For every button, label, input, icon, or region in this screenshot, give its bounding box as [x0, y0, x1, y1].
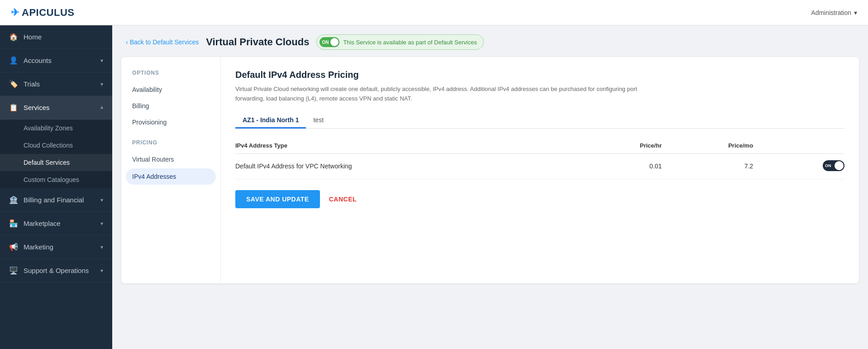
- logo: ✈ APICULUS: [11, 7, 74, 19]
- sidebar-subitem-availability-zones[interactable]: Availability Zones: [0, 120, 112, 137]
- pricing-table: IPv4 Address Type Price/hr Price/mo Defa…: [235, 138, 844, 179]
- options-heading: OPTIONS: [121, 70, 220, 81]
- back-link[interactable]: ‹ Back to Default Services: [126, 38, 199, 46]
- sidebar-item-support[interactable]: 🖥️ Support & Operations ▾: [0, 259, 112, 282]
- col-header-price-hr: Price/hr: [570, 138, 662, 154]
- page-title: Virtual Private Clouds: [206, 36, 309, 48]
- logo-text: APICULUS: [22, 7, 74, 19]
- chevron-left-icon: ‹: [126, 38, 128, 46]
- services-icon: 📋: [9, 103, 18, 112]
- row-price-mo: 7.2: [662, 153, 753, 179]
- logo-icon: ✈: [11, 7, 19, 19]
- col-header-type: IPv4 Address Type: [235, 138, 570, 154]
- right-panel: Default IPv4 Address Pricing Virtual Pri…: [221, 57, 859, 283]
- billing-icon: 🏦: [9, 196, 18, 204]
- pricing-heading: PRICING: [121, 130, 220, 151]
- row-toggle-label: ON: [825, 163, 831, 168]
- sidebar-item-label: Marketing: [24, 243, 53, 251]
- sidebar-item-accounts[interactable]: 👤 Accounts ▾: [0, 49, 112, 72]
- sidebar-item-label: Accounts: [24, 57, 52, 64]
- section-desc: Virtual Private Cloud networking will cr…: [235, 85, 643, 104]
- support-icon: 🖥️: [9, 266, 18, 275]
- col-header-price-mo: Price/mo: [662, 138, 753, 154]
- chevron-down-icon: ▾: [100, 81, 103, 87]
- row-toggle[interactable]: ON: [823, 160, 844, 171]
- admin-label: Administration: [811, 9, 851, 16]
- sidebar-subitem-custom-catalogues[interactable]: Custom Catalogues: [0, 171, 112, 188]
- marketplace-icon: 🏪: [9, 219, 18, 228]
- marketing-icon: 📢: [9, 243, 18, 251]
- left-panel: OPTIONS Availability Billing Provisionin…: [121, 57, 221, 283]
- sidebar-item-marketplace[interactable]: 🏪 Marketplace ▾: [0, 212, 112, 235]
- home-icon: 🏠: [9, 33, 18, 41]
- content-area: ‹ Back to Default Services Virtual Priva…: [112, 25, 868, 349]
- sidebar-item-label: Marketplace: [24, 220, 61, 227]
- tabs: AZ1 - India North 1 test: [235, 113, 844, 129]
- service-badge: ON This Service is available as part of …: [316, 34, 484, 50]
- panel-link-virtual-routers[interactable]: Virtual Routers: [121, 151, 220, 167]
- chevron-up-icon: ▾: [100, 105, 103, 111]
- table-row: Default IPv4 Address for VPC Networking …: [235, 153, 844, 179]
- services-subitems: Availability Zones Cloud Collections Def…: [0, 120, 112, 188]
- row-toggle-cell: ON: [753, 153, 844, 179]
- trials-icon: 🏷️: [9, 80, 18, 88]
- panel-link-provisioning[interactable]: Provisioning: [121, 114, 220, 130]
- section-title: Default IPv4 Address Pricing: [235, 70, 844, 80]
- panel-link-ipv4-addresses[interactable]: IPv4 Addresses: [126, 168, 216, 185]
- sidebar-item-label: Home: [24, 33, 42, 41]
- col-header-toggle: [753, 138, 844, 154]
- sidebar-item-marketing[interactable]: 📢 Marketing ▾: [0, 235, 112, 259]
- sidebar-item-trials[interactable]: 🏷️ Trials ▾: [0, 72, 112, 96]
- chevron-down-icon: ▾: [100, 57, 103, 64]
- cancel-button[interactable]: CANCEL: [329, 196, 357, 203]
- main-card: OPTIONS Availability Billing Provisionin…: [121, 57, 859, 283]
- chevron-down-icon: ▾: [100, 197, 103, 203]
- accounts-icon: 👤: [9, 56, 18, 65]
- panel-link-billing[interactable]: Billing: [121, 98, 220, 114]
- badge-text: This Service is available as part of Def…: [343, 39, 477, 46]
- sidebar: 🏠 Home 👤 Accounts ▾ 🏷️ Trials ▾ 📋 Servic…: [0, 25, 112, 349]
- service-toggle[interactable]: ON: [320, 37, 339, 47]
- sidebar-item-billing[interactable]: 🏦 Billing and Financial ▾: [0, 188, 112, 212]
- row-toggle-knob: [835, 161, 844, 170]
- action-buttons: SAVE AND UPDATE CANCEL: [235, 190, 844, 208]
- chevron-down-icon: ▾: [100, 220, 103, 227]
- top-header: ✈ APICULUS Administration ▾: [0, 0, 868, 25]
- chevron-down-icon: ▾: [854, 9, 857, 16]
- toggle-knob: [330, 38, 339, 46]
- save-button[interactable]: SAVE AND UPDATE: [235, 190, 320, 208]
- page-header: ‹ Back to Default Services Virtual Priva…: [112, 25, 868, 57]
- row-type: Default IPv4 Address for VPC Networking: [235, 153, 570, 179]
- sidebar-subitem-cloud-collections[interactable]: Cloud Collections: [0, 137, 112, 154]
- row-price-hr: 0.01: [570, 153, 662, 179]
- chevron-down-icon: ▾: [100, 244, 103, 250]
- sidebar-item-label: Billing and Financial: [24, 196, 84, 204]
- admin-dropdown[interactable]: Administration ▾: [811, 9, 857, 16]
- sidebar-item-services[interactable]: 📋 Services ▾: [0, 96, 112, 120]
- main-layout: 🏠 Home 👤 Accounts ▾ 🏷️ Trials ▾ 📋 Servic…: [0, 25, 868, 349]
- chevron-down-icon: ▾: [100, 268, 103, 274]
- sidebar-item-label: Support & Operations: [24, 267, 89, 274]
- tab-test[interactable]: test: [306, 113, 331, 129]
- toggle-on-label: ON: [322, 40, 329, 45]
- sidebar-item-label: Trials: [24, 80, 40, 88]
- sidebar-subitem-default-services[interactable]: Default Services: [0, 154, 112, 171]
- sidebar-item-label: Services: [24, 104, 50, 111]
- panel-link-availability[interactable]: Availability: [121, 81, 220, 98]
- tab-az1[interactable]: AZ1 - India North 1: [235, 113, 306, 129]
- sidebar-item-home[interactable]: 🏠 Home: [0, 25, 112, 49]
